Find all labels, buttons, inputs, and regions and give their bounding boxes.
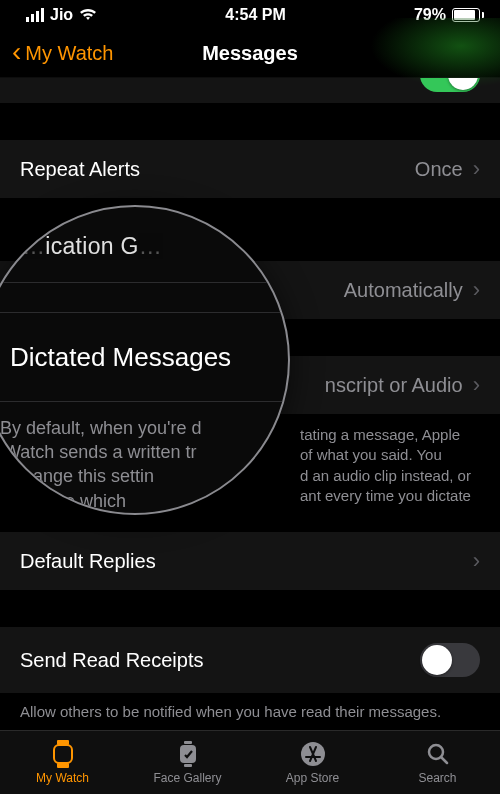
default-replies-row[interactable]: Default Replies › [0, 532, 500, 591]
tab-label: Face Gallery [153, 771, 221, 785]
section-gap [0, 104, 500, 140]
row-value: Automatically [344, 279, 463, 302]
row-label: Default Replies [20, 550, 156, 573]
tab-app-store[interactable]: App Store [250, 731, 375, 794]
svg-rect-2 [54, 745, 72, 763]
nav-bar: ‹ My Watch Messages [0, 30, 500, 78]
toggle-switch[interactable] [420, 643, 480, 677]
tab-bar: My Watch Face Gallery App Store Search [0, 730, 500, 794]
battery-icon [452, 8, 484, 22]
magnifier-heading: Dictated Messages [0, 312, 288, 401]
page-title: Messages [202, 42, 298, 65]
search-icon [423, 740, 453, 768]
chevron-right-icon: › [473, 372, 480, 398]
face-gallery-icon [173, 740, 203, 768]
status-right: 79% [414, 6, 484, 24]
tab-label: App Store [286, 771, 339, 785]
haptic-row-partial[interactable] [0, 78, 500, 104]
chevron-right-icon: › [473, 277, 480, 303]
toggle-switch[interactable] [420, 78, 480, 92]
repeat-alerts-row[interactable]: Repeat Alerts Once › [0, 140, 500, 199]
status-left: Jio [26, 6, 97, 24]
row-label: Send Read Receipts [20, 649, 203, 672]
tab-my-watch[interactable]: My Watch [0, 731, 125, 794]
section-gap [0, 591, 500, 627]
row-label: Repeat Alerts [20, 158, 140, 181]
svg-line-8 [441, 757, 447, 763]
row-value: Once [415, 158, 463, 181]
chevron-right-icon: › [473, 548, 480, 574]
tab-label: My Watch [36, 771, 89, 785]
status-bar: Jio 4:54 PM 79% [0, 0, 500, 30]
app-store-icon [298, 740, 328, 768]
tab-search[interactable]: Search [375, 731, 500, 794]
carrier-label: Jio [50, 6, 73, 24]
tab-face-gallery[interactable]: Face Gallery [125, 731, 250, 794]
chevron-left-icon: ‹ [12, 38, 21, 66]
read-receipts-row[interactable]: Send Read Receipts [0, 627, 500, 694]
back-button[interactable]: ‹ My Watch [12, 42, 113, 66]
battery-percent: 79% [414, 6, 446, 24]
back-label: My Watch [25, 42, 113, 65]
cellular-signal-icon [26, 8, 44, 22]
svg-rect-4 [184, 741, 192, 744]
svg-rect-5 [184, 764, 192, 767]
chevron-right-icon: › [473, 156, 480, 182]
tab-label: Search [418, 771, 456, 785]
watch-icon [48, 740, 78, 768]
row-value: nscript or Audio [325, 374, 463, 397]
wifi-icon [79, 7, 97, 24]
status-time: 4:54 PM [225, 6, 285, 24]
